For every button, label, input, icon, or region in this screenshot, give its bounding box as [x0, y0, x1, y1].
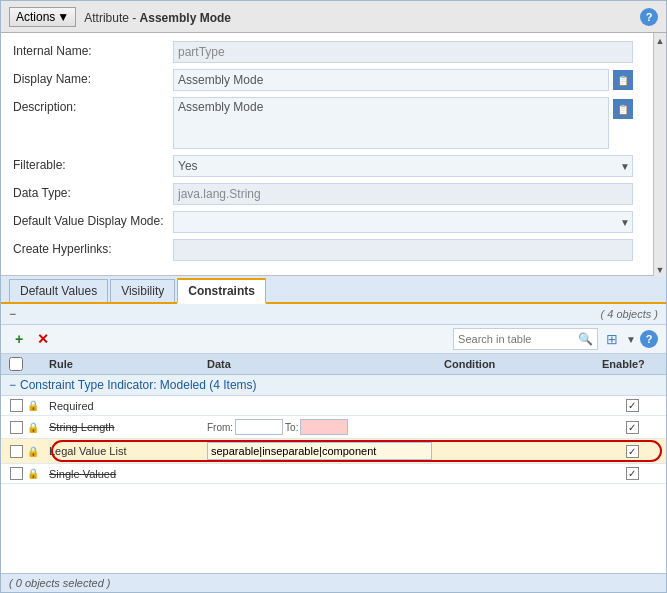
create-hyperlinks-label: Create Hyperlinks: — [13, 239, 173, 256]
filterable-row: Filterable: Yes ▼ — [13, 155, 633, 177]
search-wrapper: 🔍 — [453, 328, 598, 350]
panel-toolbar: + ✕ 🔍 ⊞ ▼ ? — [1, 325, 666, 354]
display-name-input[interactable] — [173, 69, 609, 91]
tab-visibility[interactable]: Visibility — [110, 279, 175, 302]
row-enable-checkbox[interactable] — [626, 399, 639, 412]
group-label: Constraint Type Indicator: Modeled (4 It… — [20, 378, 257, 392]
to-input[interactable] — [300, 419, 348, 435]
data-type-label: Data Type: — [13, 183, 173, 200]
display-name-label: Display Name: — [13, 69, 173, 86]
row-rule: Single Valued — [49, 468, 207, 480]
internal-name-row: Internal Name: — [13, 41, 633, 63]
display-name-edit-icon[interactable]: 📋 — [613, 70, 633, 90]
toolbar: Actions ▼ Attribute - Assembly Mode ? — [1, 1, 666, 33]
panel-help-icon[interactable]: ? — [640, 330, 658, 348]
default-value-select[interactable] — [173, 211, 633, 233]
create-hyperlinks-input[interactable] — [173, 239, 633, 261]
row-lock-icon: 🔒 — [27, 400, 49, 411]
row-data — [207, 442, 444, 460]
table-row: 🔒 Required — [1, 396, 666, 416]
tab-default-values[interactable]: Default Values — [9, 279, 108, 302]
title-prefix: Attribute - — [84, 11, 139, 25]
row-lock-icon: 🔒 — [27, 446, 49, 457]
filterable-select[interactable]: Yes — [173, 155, 633, 177]
constraints-panel: − ( 4 objects ) + ✕ 🔍 ⊞ ▼ ? Rule Data Co… — [1, 304, 666, 592]
grid-arrow-icon[interactable]: ▼ — [626, 334, 636, 345]
default-value-label: Default Value Display Mode: — [13, 211, 173, 228]
actions-arrow-icon: ▼ — [57, 10, 69, 24]
data-type-input[interactable] — [173, 183, 633, 205]
actions-label: Actions — [16, 10, 55, 24]
group-row: − Constraint Type Indicator: Modeled (4 … — [1, 375, 666, 396]
filterable-label: Filterable: — [13, 155, 173, 172]
scroll-down-icon[interactable]: ▼ — [656, 264, 665, 276]
select-all-checkbox[interactable] — [9, 357, 23, 371]
row-rule: String Length — [49, 421, 207, 433]
row-enable-checkbox[interactable] — [626, 421, 639, 434]
row-checkbox[interactable] — [10, 399, 23, 412]
row-rule: Required — [49, 400, 207, 412]
collapse-icon[interactable]: − — [9, 307, 16, 321]
search-icon[interactable]: 🔍 — [574, 330, 597, 348]
from-input[interactable] — [235, 419, 283, 435]
title-bold: Assembly Mode — [140, 11, 231, 25]
form-scrollbar[interactable]: ▲ ▼ — [653, 33, 666, 276]
internal-name-input[interactable] — [173, 41, 633, 63]
search-input[interactable] — [454, 331, 574, 347]
default-value-row: Default Value Display Mode: ▼ — [13, 211, 633, 233]
row-enable-checkbox[interactable] — [626, 445, 639, 458]
table-row: 🔒 Single Valued — [1, 464, 666, 484]
panel-header: − ( 4 objects ) — [1, 304, 666, 325]
col-data: Data — [207, 358, 444, 370]
row-lock-icon: 🔒 — [27, 468, 49, 479]
page-title: Attribute - Assembly Mode — [84, 9, 231, 25]
group-collapse-icon[interactable]: − — [9, 378, 16, 392]
tab-constraints[interactable]: Constraints — [177, 278, 266, 304]
to-label: To: — [285, 422, 298, 433]
description-row: Description: Assembly Mode 📋 — [13, 97, 633, 149]
table-header: Rule Data Condition Enable? — [1, 354, 666, 375]
description-input[interactable]: Assembly Mode — [173, 97, 609, 149]
add-constraint-button[interactable]: + — [9, 329, 29, 349]
row-enable-checkbox[interactable] — [626, 467, 639, 480]
row-checkbox[interactable] — [10, 467, 23, 480]
row-rule: Legal Value List — [49, 445, 207, 457]
scroll-up-icon[interactable]: ▲ — [656, 35, 665, 47]
create-hyperlinks-row: Create Hyperlinks: — [13, 239, 633, 261]
legal-value-input[interactable] — [207, 442, 432, 460]
grid-view-icon[interactable]: ⊞ — [602, 329, 622, 349]
tabs-row: Default Values Visibility Constraints — [1, 276, 666, 304]
from-label: From: — [207, 422, 233, 433]
table-row: 🔒 Legal Value List — [1, 439, 666, 464]
display-name-row: Display Name: 📋 — [13, 69, 633, 91]
actions-button[interactable]: Actions ▼ — [9, 7, 76, 27]
col-condition: Condition — [444, 358, 602, 370]
status-bar: ( 0 objects selected ) — [1, 573, 666, 592]
table-row: 🔒 String Length From: To: — [1, 416, 666, 439]
description-label: Description: — [13, 97, 173, 114]
col-rule: Rule — [49, 358, 207, 370]
objects-count: ( 4 objects ) — [601, 308, 658, 320]
row-data: From: To: — [207, 419, 444, 435]
delete-constraint-button[interactable]: ✕ — [33, 329, 53, 349]
table-body: − Constraint Type Indicator: Modeled (4 … — [1, 375, 666, 573]
row-checkbox[interactable] — [10, 421, 23, 434]
description-edit-icon[interactable]: 📋 — [613, 99, 633, 119]
row-lock-icon: 🔒 — [27, 422, 49, 433]
internal-name-label: Internal Name: — [13, 41, 173, 58]
help-icon[interactable]: ? — [640, 8, 658, 26]
data-type-row: Data Type: — [13, 183, 633, 205]
col-enable: Enable? — [602, 358, 662, 370]
row-checkbox[interactable] — [10, 445, 23, 458]
